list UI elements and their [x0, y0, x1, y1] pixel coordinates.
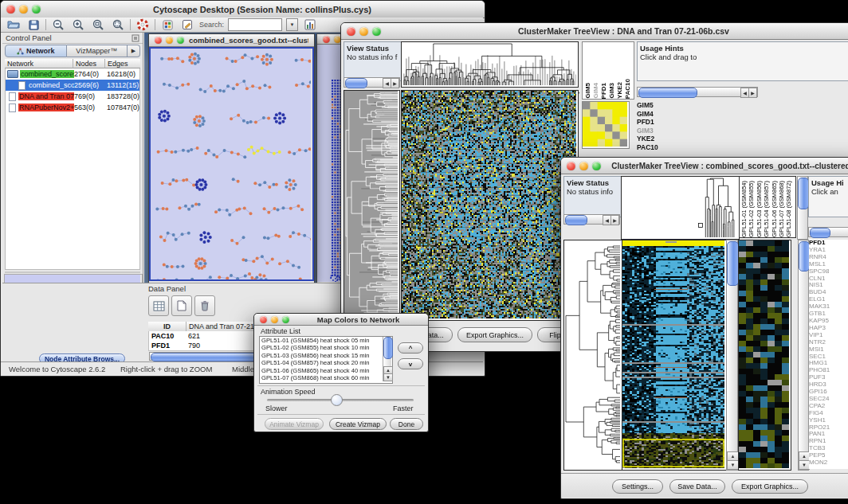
gene-label[interactable]: PAC10: [637, 143, 685, 152]
attribute-list-vscrollbar[interactable]: ▲ ▼: [383, 337, 391, 381]
create-vizmap-button[interactable]: Create Vizmap: [329, 418, 387, 430]
help-icon[interactable]: [135, 18, 151, 32]
row-dendrogram-canvas[interactable]: [344, 91, 398, 318]
attribute-list-item[interactable]: GPL51-02 (GSM855) heat shock 10 min: [260, 344, 392, 351]
gene-label[interactable]: MON2: [809, 459, 848, 467]
close-button[interactable]: [347, 27, 355, 36]
scrollbar-thumb[interactable]: [565, 215, 587, 225]
attribute-list-item[interactable]: GPL51-01 (GSM854) heat shock 05 min: [260, 337, 392, 344]
zoom-fit-icon[interactable]: [110, 18, 126, 32]
more-tabs-icon[interactable]: ▶: [128, 45, 140, 57]
select-attributes-icon[interactable]: [148, 295, 169, 316]
dialog-title-bar[interactable]: Map Colors to Network: [254, 314, 428, 326]
done-button[interactable]: Done: [390, 418, 423, 430]
scrollbar-thumb[interactable]: [345, 78, 367, 88]
close-button[interactable]: [260, 316, 267, 323]
gene-label[interactable]: PFD1: [637, 118, 685, 127]
column-dendrogram-canvas[interactable]: [622, 177, 737, 237]
minimize-button[interactable]: [19, 5, 28, 14]
scrollbar-thumb[interactable]: [638, 88, 697, 98]
network-view-canvas[interactable]: [151, 49, 311, 279]
close-button[interactable]: [155, 37, 162, 44]
scrollbar-thumb[interactable]: [727, 241, 739, 286]
scrollbar-thumb[interactable]: [383, 337, 393, 359]
zoom-matrix-canvas[interactable]: [583, 102, 627, 147]
global-hscrollbar[interactable]: ◀ ▶: [637, 87, 758, 97]
scroll-right-icon[interactable]: ▶: [610, 215, 619, 225]
save-session-button[interactable]: [26, 18, 41, 32]
report-icon[interactable]: [302, 18, 318, 32]
scroll-down-icon[interactable]: ▼: [799, 460, 810, 470]
panel-divider[interactable]: [5, 272, 140, 273]
zoom-selected-icon[interactable]: [90, 18, 106, 32]
minimize-button[interactable]: [359, 27, 368, 36]
move-up-button[interactable]: ^: [398, 342, 423, 354]
animate-vizmap-button[interactable]: Animate Vizmap: [265, 418, 324, 430]
annotation-icon[interactable]: [179, 18, 195, 32]
minimize-button[interactable]: [271, 316, 278, 323]
minimize-button[interactable]: [579, 162, 588, 170]
tab-network[interactable]: Network: [5, 45, 67, 57]
settings-button[interactable]: Settings...: [612, 479, 663, 494]
speed-slider-thumb[interactable]: [331, 394, 343, 406]
zoom-button[interactable]: [372, 27, 381, 36]
view-status-hscrollbar[interactable]: ◀ ▶: [563, 214, 620, 225]
search-dropdown-icon[interactable]: ▼: [286, 18, 298, 31]
network-table-row[interactable]: DNA and Tran 07769(0)183728(0): [6, 91, 139, 102]
move-down-button[interactable]: v: [398, 358, 423, 369]
gene-label[interactable]: GIM3: [637, 127, 685, 135]
network-window-title-bar[interactable]: combined_scores_good.txt--cluste...: [149, 34, 314, 47]
attribute-list-item[interactable]: GPL51-07 (GSM868) heat shock 60 min: [260, 374, 392, 381]
labels-vscrollbar[interactable]: [797, 176, 808, 240]
main-title-bar[interactable]: Cytoscape Desktop (Session Name: collins…: [1, 1, 485, 18]
column-network[interactable]: Network: [5, 59, 73, 68]
open-session-button[interactable]: [6, 18, 22, 32]
tab-vizmapper[interactable]: VizMapper™: [67, 45, 128, 57]
zoom-heatmap-canvas[interactable]: [739, 240, 789, 468]
attribute-list-item[interactable]: GPL51-03 (GSM856) heat shock 15 min: [260, 352, 392, 359]
search-input[interactable]: [228, 18, 282, 31]
close-button[interactable]: [567, 162, 575, 170]
column-dendrogram-canvas[interactable]: [402, 42, 576, 85]
zoom-in-icon[interactable]: [70, 18, 86, 32]
column-edges[interactable]: Edges: [105, 59, 140, 68]
scroll-down-icon[interactable]: ▼: [383, 373, 393, 381]
gene-label[interactable]: GIM5: [637, 101, 685, 110]
vizmapper-icon[interactable]: [159, 18, 175, 32]
heatmap-canvas[interactable]: [622, 240, 724, 468]
scrollbar-thumb[interactable]: [798, 178, 809, 209]
minimize-button[interactable]: [166, 37, 173, 44]
delete-attribute-icon[interactable]: [194, 295, 215, 316]
heatmap-vscrollbar[interactable]: ▲ ▼: [726, 240, 738, 471]
network-table-row[interactable]: RNAPuberNov2+563(0)107847(0): [6, 102, 139, 113]
treeview-combined-title-bar[interactable]: ClusterMaker TreeView : combined_scores_…: [561, 158, 848, 174]
save-data-button[interactable]: Save Data...: [669, 479, 725, 494]
zoom-button[interactable]: [592, 162, 601, 170]
column-nodes[interactable]: Nodes: [73, 59, 105, 68]
gene-label[interactable]: YKE2: [637, 135, 685, 143]
gene-list-vscrollbar[interactable]: ▲ ▼: [798, 240, 809, 471]
view-status-hscrollbar[interactable]: ◀ ▶: [344, 77, 400, 88]
scroll-right-icon[interactable]: ▶: [748, 88, 757, 98]
new-attribute-icon[interactable]: [171, 295, 192, 316]
usage-hscrollbar[interactable]: [808, 227, 848, 237]
export-graphics-button[interactable]: Export Graphics...: [457, 327, 532, 342]
close-button[interactable]: [6, 5, 15, 14]
network-table-row[interactable]: combined_scores2764(0)16218(0): [6, 68, 139, 80]
scrollbar-thumb[interactable]: [810, 228, 830, 238]
scroll-down-icon[interactable]: ▼: [727, 460, 739, 470]
float-panel-icon[interactable]: [132, 34, 139, 42]
attribute-list-item[interactable]: GPL51-04 (GSM857) heat shock 20 min: [260, 359, 392, 366]
network-table-row[interactable]: combined_sco2569(6)13112(15): [6, 80, 139, 91]
attribute-list-item[interactable]: GPL51-06 (GSM865) heat shock 40 min: [260, 367, 392, 374]
close-button[interactable]: [323, 36, 330, 43]
export-graphics-button[interactable]: Export Graphics...: [732, 479, 808, 494]
scroll-right-icon[interactable]: ▶: [391, 78, 399, 88]
zoom-button[interactable]: [32, 5, 41, 14]
heatmap-canvas[interactable]: [402, 91, 576, 318]
gene-label[interactable]: GIM4: [637, 110, 685, 119]
scrollbar-thumb[interactable]: [799, 241, 810, 272]
zoom-button[interactable]: [177, 37, 184, 44]
row-dendrogram-canvas[interactable]: [564, 240, 620, 468]
treeview-dna-title-bar[interactable]: ClusterMaker TreeView : DNA and Tran 07-…: [341, 23, 848, 40]
